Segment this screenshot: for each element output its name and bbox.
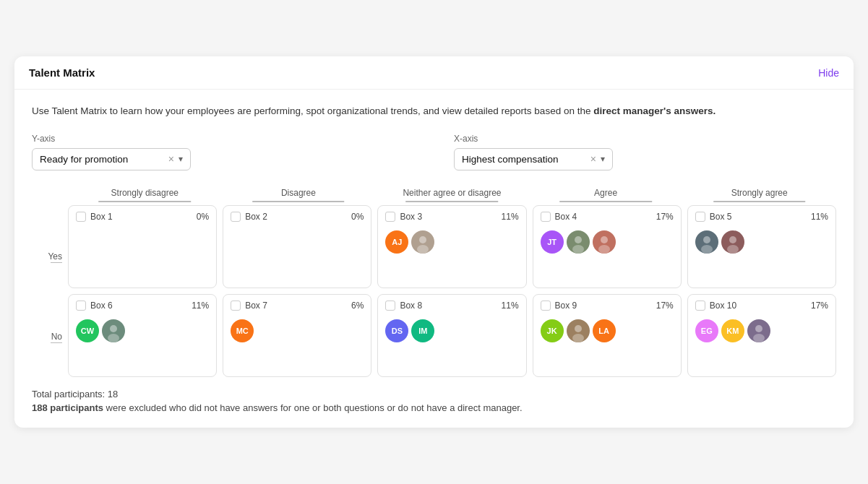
box-box-7[interactable]: Box 76%MC xyxy=(223,294,371,377)
x-axis-group: X-axis Highest compensation × ▾ xyxy=(454,134,613,170)
svg-point-13 xyxy=(572,334,584,342)
card-header: Talent Matrix Hide xyxy=(14,56,854,90)
x-axis-value: Highest compensation xyxy=(462,154,586,165)
y-axis-select[interactable]: Ready for promotion × ▾ xyxy=(32,148,191,170)
box-checkbox[interactable] xyxy=(385,301,395,311)
box-checkbox[interactable] xyxy=(76,301,86,311)
svg-point-1 xyxy=(417,245,429,254)
box-checkbox[interactable] xyxy=(695,301,705,311)
box-name: Box 7 xyxy=(245,301,347,311)
box-checkbox[interactable] xyxy=(541,212,551,222)
box-box-6[interactable]: Box 611%CW xyxy=(68,294,217,377)
card-body: Use Talent Matrix to learn how your empl… xyxy=(14,90,854,427)
box-header: Box 10% xyxy=(76,212,209,222)
grid-row-1: Box 611%CWBox 76%MCBox 811%DSIMBox 917%J… xyxy=(68,294,836,377)
avatar: CW xyxy=(76,319,99,342)
avatar xyxy=(747,319,770,342)
x-axis-clear-icon[interactable]: × xyxy=(590,154,596,164)
total-participants: Total participants: 18 xyxy=(32,389,836,399)
box-avatars: CW xyxy=(76,319,209,342)
box-header: Box 917% xyxy=(541,301,674,311)
svg-point-14 xyxy=(755,325,762,332)
svg-point-9 xyxy=(727,245,739,254)
box-checkbox[interactable] xyxy=(385,212,395,222)
box-avatars xyxy=(695,230,828,254)
hide-button[interactable]: Hide xyxy=(818,67,839,79)
box-header: Box 611% xyxy=(76,301,209,311)
box-checkbox[interactable] xyxy=(231,301,241,311)
avatar: IM xyxy=(411,319,434,342)
svg-point-6 xyxy=(703,236,710,243)
box-header: Box 76% xyxy=(231,301,364,311)
y-label-yes: Yes xyxy=(32,251,62,262)
box-avatars: JT xyxy=(541,230,674,254)
box-header: Box 311% xyxy=(385,212,518,222)
y-axis-chevron-icon[interactable]: ▾ xyxy=(179,154,183,164)
box-header: Box 417% xyxy=(541,212,674,222)
box-checkbox[interactable] xyxy=(541,301,551,311)
box-pct: 17% xyxy=(656,212,674,222)
box-box-8[interactable]: Box 811%DSIM xyxy=(377,294,526,377)
box-pct: 0% xyxy=(351,212,364,222)
box-name: Box 10 xyxy=(710,301,807,311)
avatar: LA xyxy=(593,319,616,342)
x-axis-label: X-axis xyxy=(454,134,613,144)
excluded-bold: 188 participants xyxy=(32,402,103,413)
avatar xyxy=(567,319,590,342)
box-box-5[interactable]: Box 511% xyxy=(687,205,836,288)
svg-point-4 xyxy=(601,236,608,243)
avatar xyxy=(411,230,434,254)
svg-point-15 xyxy=(753,334,765,342)
y-axis-group: Y-axis Ready for promotion × ▾ xyxy=(32,134,191,170)
box-avatars: MC xyxy=(231,319,364,342)
col-header-4: Strongly agree xyxy=(682,185,836,201)
box-checkbox[interactable] xyxy=(695,212,705,222)
svg-point-12 xyxy=(575,325,582,332)
avatar: MC xyxy=(231,319,254,342)
card-title: Talent Matrix xyxy=(29,66,95,79)
box-header: Box 20% xyxy=(231,212,364,222)
y-axis-value: Ready for promotion xyxy=(40,154,164,165)
box-pct: 17% xyxy=(656,301,674,311)
box-pct: 11% xyxy=(192,301,209,311)
avatar xyxy=(721,230,744,254)
box-avatars: DSIM xyxy=(385,319,518,342)
avatar: DS xyxy=(385,319,408,342)
box-box-9[interactable]: Box 917%JKLA xyxy=(533,294,682,377)
box-header: Box 1017% xyxy=(695,301,828,311)
col-header-1: Disagree xyxy=(222,185,376,201)
box-box-1[interactable]: Box 10% xyxy=(68,205,217,288)
box-avatars: EGKM xyxy=(695,319,828,342)
box-pct: 17% xyxy=(811,301,828,311)
box-pct: 0% xyxy=(197,212,209,222)
avatar xyxy=(567,230,590,254)
svg-point-7 xyxy=(701,245,713,254)
grid-rows: Box 10%Box 20%Box 311%AJBox 417%JTBox 51… xyxy=(68,205,836,377)
svg-point-8 xyxy=(729,236,736,243)
svg-point-2 xyxy=(575,236,582,243)
x-axis-chevron-icon[interactable]: ▾ xyxy=(601,154,605,164)
box-box-4[interactable]: Box 417%JT xyxy=(533,205,682,288)
avatar xyxy=(695,230,718,254)
avatar: AJ xyxy=(385,230,408,254)
box-box-3[interactable]: Box 311%AJ xyxy=(377,205,526,288)
box-name: Box 2 xyxy=(245,212,347,222)
grid-row-0: Box 10%Box 20%Box 311%AJBox 417%JTBox 51… xyxy=(68,205,836,288)
description: Use Talent Matrix to learn how your empl… xyxy=(32,104,836,118)
box-checkbox[interactable] xyxy=(231,212,241,222)
box-box-2[interactable]: Box 20% xyxy=(223,205,371,288)
y-label-no: No xyxy=(32,332,62,342)
box-name: Box 6 xyxy=(90,301,187,311)
y-axis-clear-icon[interactable]: × xyxy=(168,154,174,164)
y-axis-labels: Yes No xyxy=(32,185,68,377)
box-name: Box 1 xyxy=(90,212,192,222)
box-box-10[interactable]: Box 1017%EGKM xyxy=(687,294,836,377)
matrix-area: Yes No Strongly disagree Disagree Neithe… xyxy=(32,185,836,377)
col-headers: Strongly disagree Disagree Neither agree… xyxy=(68,185,836,201)
x-axis-select[interactable]: Highest compensation × ▾ xyxy=(454,148,613,170)
svg-point-5 xyxy=(598,245,610,254)
box-checkbox[interactable] xyxy=(76,212,86,222)
box-pct: 11% xyxy=(502,212,519,222)
footer-stats: Total participants: 18 188 participants … xyxy=(32,389,836,413)
col-header-2: Neither agree or disagree xyxy=(375,185,529,201)
